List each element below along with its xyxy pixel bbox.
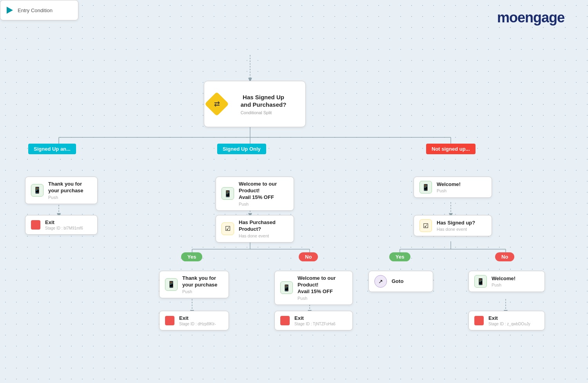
- conditional-split-node[interactable]: ⇄ Has Signed Upand Purchased? Conditiona…: [204, 81, 306, 127]
- center-no-exit-id: Stage ID : TjNTZFoHa6: [294, 322, 336, 326]
- center-no-exit-node[interactable]: Exit Stage ID : TjNTZFoHa6: [274, 311, 353, 330]
- left-exit-title: Exit: [45, 219, 83, 225]
- right-exit-node[interactable]: Exit Stage ID : z_qwbDOuJy: [468, 311, 545, 330]
- left-push-sub: Push: [48, 195, 92, 200]
- push-icon-3: 📱: [165, 278, 178, 291]
- push-icon-5: 📱: [419, 181, 432, 193]
- logo: moengage: [497, 9, 564, 26]
- center-has-purchased-sub: Has done event: [239, 233, 288, 238]
- center-yes-push-node[interactable]: 📱 Thank you foryour purchase Push: [159, 271, 229, 298]
- center-no-exit-title: Exit: [294, 315, 336, 321]
- split-subtitle: Conditional Split: [241, 110, 287, 115]
- push-icon-2: 📱: [221, 187, 234, 200]
- center-has-purchased-title: Has Purchased Product?: [239, 219, 288, 233]
- split-title: Has Signed Upand Purchased?: [241, 93, 287, 109]
- exit-dot-icon-2: [165, 316, 174, 325]
- push-icon: 📱: [31, 184, 44, 197]
- exit-dot-icon-4: [474, 316, 484, 325]
- branch-label-left[interactable]: Signed Up an...: [28, 144, 76, 154]
- push-icon-6: 📱: [474, 275, 487, 288]
- center-yes-exit-node[interactable]: Exit Stage ID : dHzp8lKlr-: [159, 311, 229, 330]
- push-icon-4: 📱: [280, 281, 293, 294]
- center-has-purchased-node[interactable]: ☑ Has Purchased Product? Has done event: [216, 215, 294, 243]
- right-exit-title: Exit: [488, 315, 530, 321]
- right-push1-title: Welcome!: [437, 181, 461, 188]
- left-exit-node[interactable]: Exit Stage ID : bl7M91mf6: [25, 215, 98, 235]
- center-push1-title: Welcome to our Product!Avail 15% OFF: [239, 181, 288, 201]
- left-push-title: Thank you for your purchase: [48, 181, 92, 194]
- center-no-badge[interactable]: No: [299, 252, 318, 261]
- play-icon: [7, 7, 13, 14]
- branch-label-center[interactable]: Signed Up Only: [217, 144, 266, 154]
- right-no-push-node[interactable]: 📱 Welcome! Push: [468, 271, 545, 292]
- exit-dot-icon-3: [280, 316, 290, 325]
- right-push1-sub: Push: [437, 188, 461, 193]
- split-diamond-icon: ⇄: [205, 92, 229, 116]
- right-has-signed-title: Has Signed up?: [437, 220, 475, 226]
- event-icon-2: ☑: [419, 219, 432, 232]
- entry-condition-node[interactable]: Entry Condition: [0, 0, 78, 20]
- right-no-badge[interactable]: No: [495, 252, 514, 261]
- center-no-push-title: Welcome to our Product!Avail 15% OFF: [298, 275, 347, 295]
- right-no-push-sub: Push: [492, 283, 515, 287]
- branch-label-right[interactable]: Not signed up...: [426, 144, 475, 154]
- center-push1-node[interactable]: 📱 Welcome to our Product!Avail 15% OFF P…: [216, 177, 294, 211]
- right-has-signed-sub: Has done event: [437, 227, 475, 232]
- center-yes-push-sub: Push: [182, 289, 218, 294]
- entry-label: Entry Condition: [18, 7, 53, 13]
- center-yes-exit-id: Stage ID : dHzp8lKlr-: [179, 322, 216, 326]
- right-exit-id: Stage ID : z_qwbDOuJy: [488, 322, 530, 326]
- exit-dot-icon: [31, 220, 40, 230]
- goto-icon: ↗: [374, 275, 387, 288]
- right-push1-node[interactable]: 📱 Welcome! Push: [414, 177, 492, 198]
- left-exit-id: Stage ID : bl7M91mf6: [45, 226, 83, 230]
- event-icon: ☑: [221, 223, 234, 235]
- center-yes-exit-title: Exit: [179, 315, 216, 321]
- right-no-push-title: Welcome!: [492, 275, 515, 282]
- center-yes-push-title: Thank you foryour purchase: [182, 275, 218, 288]
- conditional-split-wrapper: ⇄ Has Signed Upand Purchased? Conditiona…: [196, 78, 306, 129]
- right-yes-goto-node[interactable]: ↗ Goto: [368, 271, 433, 292]
- center-push1-sub: Push: [239, 202, 288, 206]
- center-no-push-sub: Push: [298, 296, 347, 301]
- right-yes-badge[interactable]: Yes: [389, 252, 410, 261]
- center-no-push-node[interactable]: 📱 Welcome to our Product!Avail 15% OFF P…: [274, 271, 353, 305]
- right-has-signed-node[interactable]: ☑ Has Signed up? Has done event: [414, 215, 492, 236]
- left-push-node[interactable]: 📱 Thank you for your purchase Push: [25, 177, 98, 204]
- center-yes-badge[interactable]: Yes: [181, 252, 202, 261]
- right-goto-title: Goto: [392, 278, 403, 285]
